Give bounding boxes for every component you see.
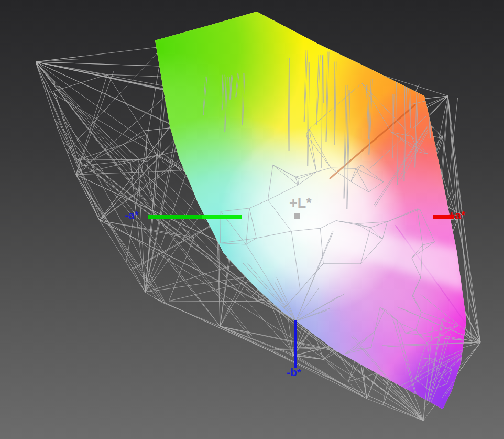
l-axis-marker: [294, 213, 300, 219]
neg-a-axis-bar: [148, 215, 202, 219]
l-axis-label: +L*: [289, 196, 312, 210]
gamut-3d-canvas: [0, 0, 504, 439]
neg-b-axis-label: -b*: [287, 367, 301, 378]
pos-a-axis-label: +a*: [448, 209, 465, 220]
gamut-viewer-viewport: +L* -a* +a* -b*: [0, 0, 504, 439]
neg-a-axis-bar-bright: [202, 215, 242, 219]
neg-a-axis-label: -a*: [125, 209, 139, 220]
neg-b-axis-bar: [294, 320, 297, 368]
